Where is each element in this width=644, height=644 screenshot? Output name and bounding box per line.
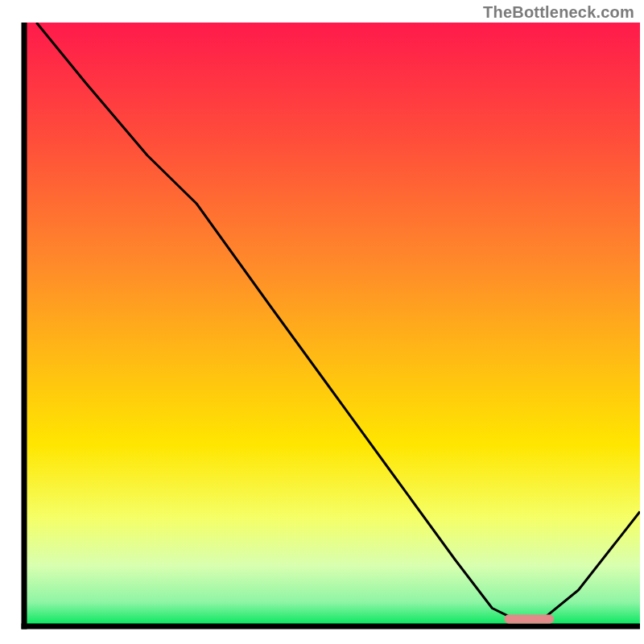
chart-stage: TheBottleneck.com bbox=[0, 0, 644, 644]
chart-svg bbox=[0, 0, 644, 644]
optimal-marker bbox=[505, 615, 554, 624]
plot-background bbox=[24, 23, 640, 626]
